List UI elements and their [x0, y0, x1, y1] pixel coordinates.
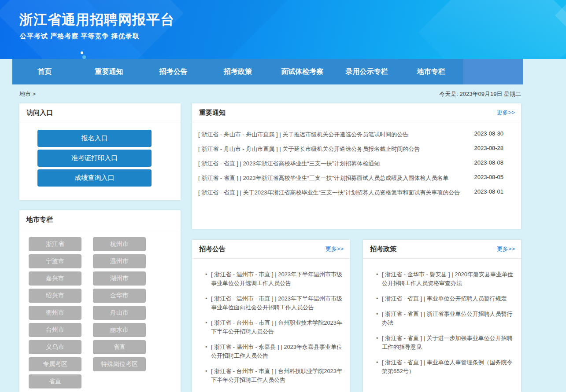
city-button-jiaxing[interactable]: 嘉兴市: [29, 271, 81, 286]
notice-row[interactable]: [ 浙江省 - 舟山市 - 舟山市直属 ] | 关于延长市级机关公开遴选公务员报…: [198, 145, 503, 153]
access-entry-header: 访问入口: [19, 103, 181, 122]
cube-decoration-right-small: [555, 0, 566, 59]
cube-decoration-right: [418, 0, 566, 59]
city-button-jinhua[interactable]: 金华市: [93, 289, 146, 303]
nav-item-hiring-publicity[interactable]: 录用公示专栏: [334, 59, 399, 84]
important-notices-title: 重要通知: [199, 109, 226, 117]
city-button-shengzhi[interactable]: 省直: [93, 340, 146, 354]
access-entry-title: 访问入口: [26, 109, 53, 117]
page: 浙江省通用招聘网报平台 公平考试 严格考察 平等竞争 择优录取 首页 重要通知 …: [0, 0, 566, 392]
notice-link[interactable]: [ 浙江省 - 省直 ] | 2023年浙江省高校毕业生“三支一扶”计划招募体检…: [198, 159, 466, 168]
nav-decoration-block: [463, 59, 523, 84]
nav-item-city-column[interactable]: 地市专栏: [399, 59, 463, 84]
recruit-policies-header: 招考政策 更多>>: [363, 240, 521, 259]
nav-item-home[interactable]: 首页: [12, 59, 77, 84]
notice-link[interactable]: [ 浙江省 - 舟山市 - 舟山市直属 ] | 关于延长市级机关公开遴选公务员报…: [198, 145, 466, 153]
announcement-link[interactable]: [ 浙江省 - 台州市 - 市直 ] | 台州职业技术学院2023年下半年公开招…: [205, 319, 344, 336]
announcement-link[interactable]: [ 浙江省 - 温州市 - 永嘉县 ] | 2023年永嘉县事业单位公开招聘工作…: [205, 343, 344, 360]
city-button-huzhou[interactable]: 湖州市: [93, 271, 146, 286]
city-button-shengzhi-2[interactable]: 省直: [29, 374, 81, 388]
notice-row[interactable]: [ 浙江省 - 舟山市 - 舟山市直属 ] | 关于推迟市级机关公开遴选公务员笔…: [198, 130, 503, 139]
notice-link[interactable]: [ 浙江省 - 舟山市 - 舟山市直属 ] | 关于推迟市级机关公开遴选公务员笔…: [198, 130, 466, 139]
important-notices-panel: 重要通知 更多>> [ 浙江省 - 舟山市 - 舟山市直属 ] | 关于推迟市级…: [192, 103, 521, 229]
access-entry-panel: 访问入口 报名入口 准考证打印入口 成绩查询入口: [19, 103, 181, 200]
nav-item-important-notices[interactable]: 重要通知: [77, 59, 141, 84]
recruit-announcements-header: 招考公告 更多>>: [192, 240, 350, 259]
city-button-lishui[interactable]: 丽水市: [93, 323, 146, 337]
city-button-exclusive-exam-area[interactable]: 专属考区: [29, 357, 81, 371]
recruit-policies-panel: 招考政策 更多>> [ 浙江省 - 金华市 - 磐安县 ] | 2020年磐安县…: [363, 240, 521, 392]
notice-date: 2023-08-01: [474, 188, 504, 197]
policy-link[interactable]: [ 浙江省 - 省直 ] | 事业单位人事管理条例（国务院令第第652号）: [376, 358, 515, 376]
notice-date: 2023-08-05: [474, 174, 504, 182]
city-button-wenzhou[interactable]: 温州市: [93, 254, 146, 268]
recruit-policies-more-link[interactable]: 更多>>: [497, 245, 515, 253]
nav-item-interview-physical[interactable]: 面试体检考察: [270, 59, 334, 84]
city-button-quzhou[interactable]: 衢州市: [29, 306, 81, 320]
topbar: 地市 > 今天是: 2023年09月19日 星期二: [19, 90, 521, 98]
city-button-shaoxing[interactable]: 绍兴市: [29, 289, 81, 303]
city-button-yiwu[interactable]: 义乌市: [29, 340, 81, 354]
breadcrumb[interactable]: 地市 >: [19, 90, 36, 98]
recruit-announcements-panel: 招考公告 更多>> [ 浙江省 - 温州市 - 市直 ] | 2023年下半年温…: [192, 240, 350, 392]
city-column-header: 地市专栏: [19, 210, 181, 229]
notice-link[interactable]: [ 浙江省 - 省直 ] | 2023年浙江省高校毕业生“三支一扶”计划招募面试…: [198, 174, 466, 182]
banner: 浙江省通用招聘网报平台 公平考试 严格考察 平等竞争 择优录取: [0, 0, 566, 59]
nav-item-recruit-policies[interactable]: 招考政策: [206, 59, 270, 84]
announcement-link[interactable]: [ 浙江省 - 温州市 - 市直 ] | 2023年下半年温州市市级事业单位公开…: [205, 270, 344, 288]
notice-date: 2023-08-28: [474, 145, 504, 153]
policy-link[interactable]: [ 浙江省 - 省直 ] | 浙江省事业单位公开招聘人员暂行办法: [376, 310, 515, 327]
nav-item-recruit-announcements[interactable]: 招考公告: [141, 59, 206, 84]
dot-decoration-blue: [82, 55, 86, 59]
notice-date: 2023-08-30: [474, 130, 504, 139]
register-entry-button[interactable]: 报名入口: [37, 130, 152, 147]
city-button-ningbo[interactable]: 宁波市: [29, 254, 81, 268]
city-button-zhoushan[interactable]: 舟山市: [93, 306, 146, 320]
policy-link[interactable]: [ 浙江省 - 省直 ] | 事业单位公开招聘人员暂行规定: [376, 294, 515, 303]
announcement-link[interactable]: [ 浙江省 - 台州市 - 市直 ] | 台州科技职业学院2023年下半年公开招…: [205, 367, 344, 385]
notice-date: 2023-08-08: [474, 159, 504, 168]
policy-link[interactable]: [ 浙江省 - 省直 ] | 关于进一步加强事业单位公开招聘工作的指导意见: [376, 334, 515, 352]
recruit-announcements-more-link[interactable]: 更多>>: [326, 245, 344, 253]
policy-list: [ 浙江省 - 金华市 - 磐安县 ] | 2020年磐安县事业单位公开招聘工作…: [363, 259, 521, 376]
announcement-list: [ 浙江省 - 温州市 - 市直 ] | 2023年下半年温州市市级事业单位公开…: [192, 259, 350, 385]
recruit-policies-title: 招考政策: [370, 245, 396, 253]
notice-row[interactable]: [ 浙江省 - 省直 ] | 2023年浙江省高校毕业生“三支一扶”计划招募面试…: [198, 174, 503, 182]
nav-items: 首页 重要通知 招考公告 招考政策 面试体检考察 录用公示专栏 地市专栏: [12, 59, 463, 84]
city-button-taizhou[interactable]: 台州市: [29, 323, 81, 337]
main-nav: 首页 重要通知 招考公告 招考政策 面试体检考察 录用公示专栏 地市专栏: [12, 59, 523, 84]
recruit-announcements-title: 招考公告: [199, 245, 226, 253]
city-column-title: 地市专栏: [26, 216, 53, 224]
city-button-grid: 浙江省 杭州市 宁波市 温州市 嘉兴市 湖州市 绍兴市 金华市 衢州市 舟山市 …: [19, 229, 181, 388]
notice-link[interactable]: [ 浙江省 - 省直 ] | 关于2023年浙江省高校毕业生“三支一扶”计划招募…: [198, 188, 466, 197]
dot-decoration-white: [81, 51, 83, 54]
policy-link[interactable]: [ 浙江省 - 金华市 - 磐安县 ] | 2020年磐安县事业单位公开招聘工作…: [376, 270, 515, 288]
city-column-panel: 地市专栏 浙江省 杭州市 宁波市 温州市 嘉兴市 湖州市 绍兴市 金华市 衢州市…: [19, 210, 181, 392]
city-button-zhejiang[interactable]: 浙江省: [29, 237, 81, 251]
cube-decoration-left-dark: [85, 0, 290, 59]
city-button-hangzhou[interactable]: 杭州市: [93, 237, 146, 251]
important-notices-more-link[interactable]: 更多>>: [497, 109, 515, 117]
current-date: 今天是: 2023年09月19日 星期二: [439, 90, 521, 98]
notice-list: [ 浙江省 - 舟山市 - 舟山市直属 ] | 关于推迟市级机关公开遴选公务员笔…: [192, 122, 521, 197]
site-title: 浙江省通用招聘网报平台: [19, 11, 174, 29]
site-slogan: 公平考试 严格考察 平等竞争 择优录取: [20, 32, 140, 40]
notice-row[interactable]: [ 浙江省 - 省直 ] | 2023年浙江省高校毕业生“三支一扶”计划招募体检…: [198, 159, 503, 168]
admission-ticket-print-button[interactable]: 准考证打印入口: [37, 150, 152, 167]
access-buttons: 报名入口 准考证打印入口 成绩查询入口: [19, 122, 181, 187]
notice-row[interactable]: [ 浙江省 - 省直 ] | 关于2023年浙江省高校毕业生“三支一扶”计划招募…: [198, 188, 503, 197]
announcement-link[interactable]: [ 浙江省 - 温州市 - 市直 ] | 2023年下半年温州市市级事业单位面向…: [205, 294, 344, 312]
city-button-special-post-exam-area[interactable]: 特殊岗位考区: [93, 357, 146, 371]
score-query-button[interactable]: 成绩查询入口: [37, 169, 152, 187]
cube-decoration-left: [0, 0, 184, 59]
important-notices-header: 重要通知 更多>>: [192, 103, 521, 122]
